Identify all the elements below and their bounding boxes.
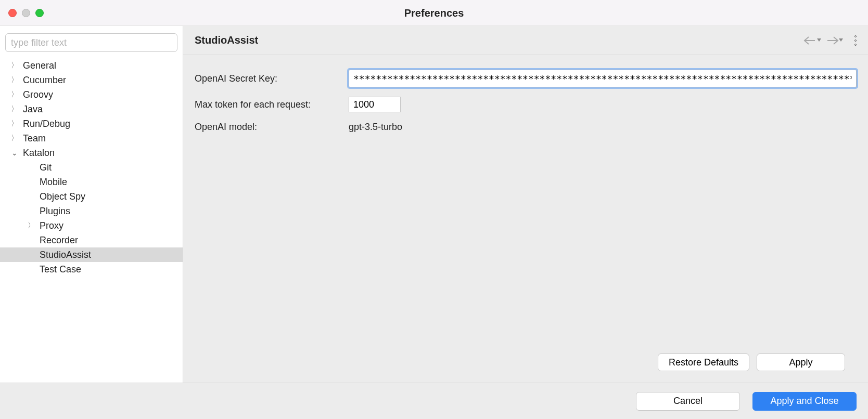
tree-item-general[interactable]: 〉General xyxy=(0,58,183,73)
chevron-right-icon: 〉 xyxy=(10,75,19,85)
panel-menu-button[interactable] xyxy=(854,35,857,46)
window-title: Preferences xyxy=(0,0,868,26)
tree-item-katalon[interactable]: ⌄Katalon xyxy=(0,146,183,160)
forward-button[interactable] xyxy=(824,35,844,46)
tree-item-mobile[interactable]: Mobile xyxy=(0,175,183,189)
filter-input[interactable] xyxy=(5,33,177,52)
tree-item-team[interactable]: 〉Team xyxy=(0,131,183,146)
chevron-right-icon: 〉 xyxy=(10,90,19,99)
minimize-window-icon xyxy=(22,9,30,17)
tree-item-plugins[interactable]: Plugins xyxy=(0,204,183,218)
tree-item-proxy[interactable]: 〉Proxy xyxy=(0,218,183,233)
sidebar: 〉General 〉Cucumber 〉Groovy 〉Java 〉Run/De… xyxy=(0,26,183,383)
tree-item-object-spy[interactable]: Object Spy xyxy=(0,189,183,204)
preferences-tree: 〉General 〉Cucumber 〉Groovy 〉Java 〉Run/De… xyxy=(0,57,183,383)
chevron-right-icon: 〉 xyxy=(10,119,19,128)
tree-item-git[interactable]: Git xyxy=(0,160,183,175)
close-window-icon[interactable] xyxy=(8,9,17,17)
tree-item-cucumber[interactable]: 〉Cucumber xyxy=(0,73,183,87)
dot-icon xyxy=(854,35,857,37)
tree-item-recorder[interactable]: Recorder xyxy=(0,233,183,247)
apply-button[interactable]: Apply xyxy=(757,353,845,371)
window-controls xyxy=(8,9,44,17)
maximize-window-icon[interactable] xyxy=(35,9,44,17)
tree-item-run-debug[interactable]: 〉Run/Debug xyxy=(0,116,183,131)
panel-buttons: Restore Defaults Apply xyxy=(195,353,857,383)
dropdown-icon xyxy=(839,38,843,43)
history-nav xyxy=(802,35,857,46)
apply-and-close-button[interactable]: Apply and Close xyxy=(752,392,857,411)
dot-icon xyxy=(854,40,857,42)
main-panel: StudioAssist xyxy=(183,26,868,383)
arrow-left-icon xyxy=(803,36,817,45)
row-openai-model: OpenAI model: gpt-3.5-turbo xyxy=(195,122,857,133)
arrow-right-icon xyxy=(825,36,839,45)
dropdown-icon xyxy=(817,38,821,43)
titlebar: Preferences xyxy=(0,0,868,26)
openai-model-label: OpenAI model: xyxy=(195,122,349,133)
preferences-window: Preferences 〉General 〉Cucumber 〉Groovy 〉… xyxy=(0,0,868,419)
max-token-input[interactable] xyxy=(349,97,401,112)
dot-icon xyxy=(854,44,857,46)
cancel-button[interactable]: Cancel xyxy=(636,392,740,411)
tree-item-studioassist[interactable]: StudioAssist xyxy=(0,247,183,262)
restore-defaults-button[interactable]: Restore Defaults xyxy=(658,353,749,371)
row-openai-secret: OpenAI Secret Key: xyxy=(195,70,857,87)
chevron-right-icon: 〉 xyxy=(10,61,19,70)
panel-title: StudioAssist xyxy=(195,34,258,46)
chevron-right-icon: 〉 xyxy=(27,221,35,230)
panel-body: OpenAI Secret Key: Max token for each re… xyxy=(183,55,868,383)
back-button[interactable] xyxy=(802,35,822,46)
panel-header: StudioAssist xyxy=(183,26,868,55)
openai-model-value: gpt-3.5-turbo xyxy=(349,122,402,133)
max-token-label: Max token for each request: xyxy=(195,99,349,110)
chevron-down-icon: ⌄ xyxy=(10,149,19,157)
chevron-right-icon: 〉 xyxy=(10,134,19,143)
openai-secret-label: OpenAI Secret Key: xyxy=(195,73,349,84)
body: 〉General 〉Cucumber 〉Groovy 〉Java 〉Run/De… xyxy=(0,26,868,383)
openai-secret-input[interactable] xyxy=(349,70,857,87)
tree-item-java[interactable]: 〉Java xyxy=(0,102,183,116)
row-max-token: Max token for each request: xyxy=(195,97,857,112)
dialog-footer: Cancel Apply and Close xyxy=(0,383,868,419)
chevron-right-icon: 〉 xyxy=(10,104,19,114)
tree-item-test-case[interactable]: Test Case xyxy=(0,262,183,277)
tree-item-groovy[interactable]: 〉Groovy xyxy=(0,87,183,102)
